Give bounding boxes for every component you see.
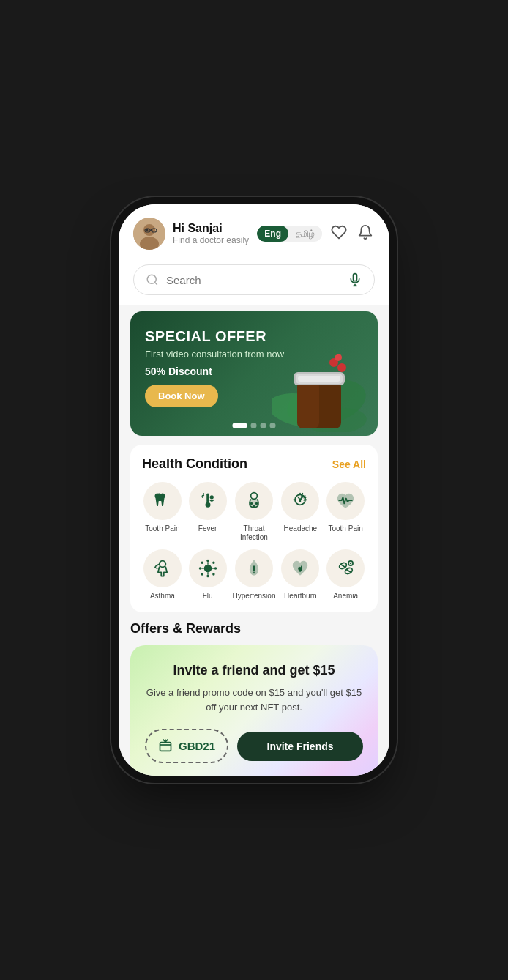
svg-point-3	[146, 229, 149, 231]
fever-icon-wrap	[189, 482, 227, 520]
heart-monitor-icon	[335, 491, 356, 511]
health-section-header: Health Condition See All	[142, 456, 366, 472]
health-condition-section: Health Condition See All Tooth Pain	[130, 445, 378, 612]
svg-point-56	[350, 563, 352, 565]
promotional-banner: SPECIAL OFFER First video consultation f…	[130, 311, 378, 436]
header-text: Hi Sanjai Find a doctor easily	[173, 222, 249, 245]
avatar	[133, 218, 165, 250]
condition-fever[interactable]: Fever	[187, 482, 228, 542]
asthma-icon-wrap	[143, 549, 182, 587]
bell-icon	[357, 224, 373, 240]
header-right: Eng தமிழ்	[257, 223, 375, 245]
reward-actions: GBD21 Invite Friends	[145, 729, 363, 763]
gift-icon	[158, 738, 173, 752]
throat-label: Throat Infection	[233, 524, 276, 542]
hypertension-icon	[244, 558, 264, 579]
heartburn-icon	[290, 558, 310, 579]
condition-flu[interactable]: Flu	[187, 549, 228, 601]
tooth-pain-icon-wrap	[143, 482, 182, 520]
flu-icon	[198, 558, 218, 579]
phone-frame: Hi Sanjai Find a doctor easily Eng தமிழ்	[119, 204, 389, 776]
greeting-text: Hi Sanjai	[173, 222, 249, 235]
reward-card-description: Give a friend promo code on $15 and you'…	[145, 686, 363, 714]
svg-point-41	[201, 561, 203, 564]
throat-icon	[244, 491, 264, 511]
svg-rect-57	[160, 743, 171, 751]
reward-card-title: Invite a friend and get $15	[145, 663, 363, 678]
promo-code-button[interactable]: GBD21	[145, 729, 228, 763]
hypertension-icon-wrap	[235, 549, 273, 587]
svg-rect-10	[354, 274, 357, 281]
headache-icon	[290, 491, 310, 511]
svg-point-38	[206, 575, 209, 578]
asthma-label: Asthma	[150, 592, 175, 601]
svg-line-54	[346, 569, 351, 572]
asthma-icon	[152, 558, 173, 579]
favorites-button[interactable]	[329, 223, 348, 245]
language-toggle[interactable]: Eng தமிழ்	[257, 226, 322, 242]
condition-headache[interactable]: Headache	[280, 482, 321, 542]
search-icon	[146, 273, 159, 286]
svg-point-30	[255, 502, 258, 505]
svg-point-26	[205, 502, 210, 508]
header: Hi Sanjai Find a doctor easily Eng தமிழ்	[119, 204, 389, 259]
reward-card: Invite a friend and get $15 Give a frien…	[130, 645, 378, 776]
svg-point-33	[299, 500, 302, 502]
heart-icon	[331, 224, 347, 240]
heart-monitor-label: Tooth Pain	[328, 524, 362, 533]
anemia-icon	[335, 558, 356, 579]
screen: Hi Sanjai Find a doctor easily Eng தமிழ்	[119, 204, 389, 776]
fever-label: Fever	[198, 524, 217, 533]
condition-asthma[interactable]: Asthma	[142, 549, 183, 601]
throat-icon-wrap	[235, 482, 273, 520]
headache-icon-wrap	[281, 482, 319, 520]
notifications-button[interactable]	[356, 223, 375, 245]
flu-icon-wrap	[189, 549, 227, 587]
heartburn-icon-wrap	[281, 549, 319, 587]
svg-point-28	[251, 493, 258, 500]
condition-anemia[interactable]: Anemia	[325, 549, 366, 601]
promo-code-text: GBD21	[179, 740, 215, 752]
svg-point-29	[250, 502, 253, 505]
book-now-button[interactable]: Book Now	[145, 385, 218, 407]
svg-point-36	[203, 565, 212, 573]
svg-point-8	[147, 275, 156, 283]
promo-code-icon	[158, 738, 173, 754]
condition-heartburn[interactable]: Heartburn	[280, 549, 321, 601]
svg-point-44	[212, 573, 215, 576]
heartburn-label: Heartburn	[284, 592, 316, 601]
subtitle-text: Find a doctor easily	[173, 235, 249, 245]
condition-hypertension[interactable]: Hypertension	[233, 549, 276, 601]
svg-point-50	[253, 572, 255, 573]
svg-point-40	[214, 567, 217, 570]
search-input[interactable]	[166, 274, 340, 286]
svg-rect-25	[206, 494, 209, 504]
svg-line-9	[154, 282, 157, 284]
tooth-pain-1-label: Tooth Pain	[145, 524, 179, 533]
lang-eng-label[interactable]: Eng	[257, 226, 288, 242]
invite-friends-button[interactable]: Invite Friends	[237, 732, 363, 761]
svg-point-27	[209, 495, 213, 499]
heart-monitor-icon-wrap	[326, 482, 365, 520]
search-container	[133, 264, 375, 295]
headache-label: Headache	[284, 524, 318, 533]
hypertension-label: Hypertension	[233, 592, 276, 601]
tooth-pain-icon	[152, 491, 173, 511]
dot-1	[233, 423, 247, 428]
svg-point-37	[206, 560, 209, 563]
svg-point-43	[201, 573, 203, 576]
banner-title: SPECIAL OFFER	[145, 327, 363, 345]
condition-tooth-pain-1[interactable]: Tooth Pain	[142, 482, 183, 542]
dot-2	[251, 423, 257, 428]
offers-title: Offers & Rewards	[130, 621, 378, 636]
svg-point-31	[253, 505, 255, 508]
condition-heart-monitor[interactable]: Tooth Pain	[325, 482, 366, 542]
see-all-button[interactable]: See All	[332, 459, 366, 470]
condition-throat[interactable]: Throat Infection	[233, 482, 276, 542]
avatar-image	[133, 218, 165, 250]
offers-rewards-section: Offers & Rewards Invite a friend and get…	[130, 621, 378, 776]
lang-tamil-label[interactable]: தமிழ்	[288, 226, 322, 242]
search-bar	[119, 259, 389, 305]
svg-point-39	[198, 567, 201, 570]
microphone-icon[interactable]	[348, 272, 362, 287]
